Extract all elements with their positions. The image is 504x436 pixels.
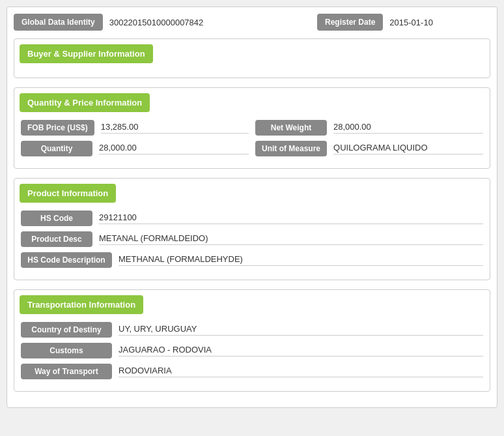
product-title: Product Information bbox=[20, 184, 116, 203]
quantity-label: Quantity bbox=[21, 141, 92, 156]
customs-row: Customs JAGUARAO - RODOVIA bbox=[21, 343, 483, 358]
hs-code-desc-label: HS Code Description bbox=[21, 252, 112, 268]
register-date-label: Register Date bbox=[317, 14, 383, 31]
customs-label: Customs bbox=[21, 343, 112, 358]
quantity-pair: Quantity 28,000.00 bbox=[21, 141, 249, 156]
product-desc-label: Product Desc bbox=[21, 231, 92, 247]
global-data-value: 30022015010000007842 bbox=[109, 18, 311, 27]
country-destiny-row: Country of Destiny UY, URY, URUGUAY bbox=[21, 322, 483, 338]
quantity-price-section: Quantity & Price Information FOB Price (… bbox=[14, 87, 490, 169]
product-body: HS Code 29121100 Product Desc METANAL (F… bbox=[14, 207, 490, 280]
unit-of-measure-pair: Unit of Measure QUILOGRAMA LIQUIDO bbox=[255, 141, 483, 156]
unit-of-measure-value: QUILOGRAMA LIQUIDO bbox=[333, 143, 483, 154]
hs-code-row: HS Code 29121100 bbox=[21, 211, 483, 226]
country-destiny-value: UY, URY, URUGUAY bbox=[119, 324, 483, 336]
product-desc-row: Product Desc METANAL (FORMALDEIDO) bbox=[21, 231, 483, 247]
quantity-uom-row: Quantity 28,000.00 Unit of Measure QUILO… bbox=[21, 141, 483, 156]
fob-price-label: FOB Price (US$) bbox=[21, 120, 94, 136]
hs-code-desc-value: METHANAL (FORMALDEHYDE) bbox=[119, 254, 483, 266]
fob-price-value: 13,285.00 bbox=[101, 122, 249, 134]
country-destiny-label: Country of Destiny bbox=[21, 322, 112, 338]
transportation-section: Transportation Information Country of De… bbox=[14, 289, 490, 392]
net-weight-label: Net Weight bbox=[255, 120, 327, 136]
product-desc-value: METANAL (FORMALDEIDO) bbox=[99, 233, 483, 245]
page-wrapper: Global Data Identity 3002201501000000784… bbox=[7, 7, 497, 408]
transportation-title: Transportation Information bbox=[20, 295, 143, 314]
hs-code-value: 29121100 bbox=[99, 212, 483, 224]
buyer-supplier-section: Buyer & Supplier Information bbox=[14, 38, 490, 78]
fob-netweight-row: FOB Price (US$) 13,285.00 Net Weight 28,… bbox=[21, 120, 483, 136]
way-of-transport-label: Way of Transport bbox=[21, 364, 112, 379]
customs-value: JAGUARAO - RODOVIA bbox=[119, 345, 483, 356]
buyer-supplier-title: Buyer & Supplier Information bbox=[20, 44, 153, 63]
register-date-value: 2015-01-10 bbox=[389, 18, 490, 27]
net-weight-value: 28,000.00 bbox=[333, 122, 483, 134]
quantity-price-title: Quantity & Price Information bbox=[20, 93, 150, 112]
transportation-body: Country of Destiny UY, URY, URUGUAY Cust… bbox=[14, 318, 490, 391]
header-row: Global Data Identity 3002201501000000784… bbox=[14, 14, 490, 31]
way-of-transport-row: Way of Transport RODOVIARIA bbox=[21, 364, 483, 379]
global-data-label: Global Data Identity bbox=[14, 14, 103, 31]
fob-price-pair: FOB Price (US$) 13,285.00 bbox=[21, 120, 249, 136]
unit-of-measure-label: Unit of Measure bbox=[255, 141, 327, 156]
buyer-supplier-body bbox=[14, 67, 490, 78]
hs-code-desc-row: HS Code Description METHANAL (FORMALDEHY… bbox=[21, 252, 483, 268]
way-of-transport-value: RODOVIARIA bbox=[119, 366, 483, 377]
quantity-price-body: FOB Price (US$) 13,285.00 Net Weight 28,… bbox=[14, 116, 490, 168]
quantity-value: 28,000.00 bbox=[99, 143, 249, 154]
hs-code-label: HS Code bbox=[21, 211, 92, 226]
net-weight-pair: Net Weight 28,000.00 bbox=[255, 120, 483, 136]
product-section: Product Information HS Code 29121100 Pro… bbox=[14, 178, 490, 280]
